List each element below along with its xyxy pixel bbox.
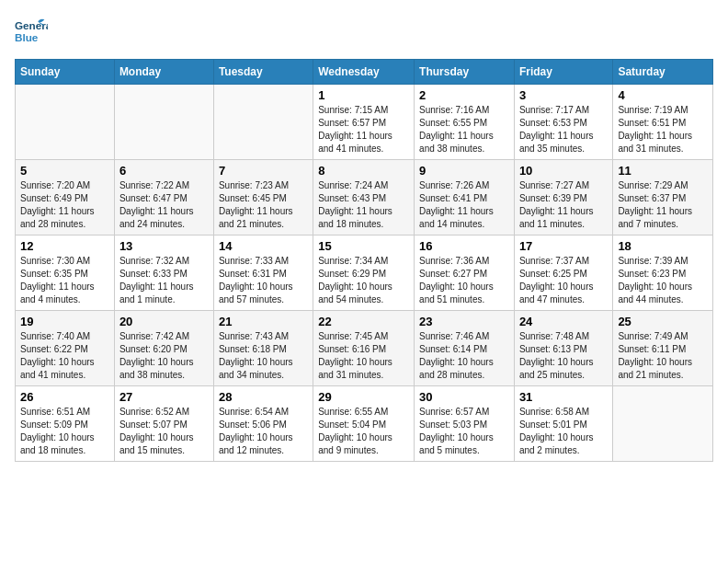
calendar-cell: 16Sunrise: 7:36 AM Sunset: 6:27 PM Dayli… — [415, 236, 515, 311]
day-number: 9 — [419, 164, 509, 178]
calendar-cell — [213, 85, 313, 160]
day-info: Sunrise: 7:23 AM Sunset: 6:45 PM Dayligh… — [219, 179, 308, 231]
calendar-cell: 10Sunrise: 7:27 AM Sunset: 6:39 PM Dayli… — [514, 160, 612, 236]
calendar-cell: 8Sunrise: 7:24 AM Sunset: 6:43 PM Daylig… — [313, 160, 415, 236]
calendar-cell: 12Sunrise: 7:30 AM Sunset: 6:35 PM Dayli… — [16, 236, 115, 311]
day-number: 27 — [119, 390, 209, 404]
day-info: Sunrise: 6:52 AM Sunset: 5:07 PM Dayligh… — [119, 406, 209, 457]
day-info: Sunrise: 7:24 AM Sunset: 6:43 PM Dayligh… — [318, 179, 409, 231]
weekday-header-wednesday: Wednesday — [313, 60, 415, 85]
day-number: 31 — [519, 390, 608, 404]
day-info: Sunrise: 7:40 AM Sunset: 6:22 PM Dayligh… — [20, 330, 109, 382]
calendar-cell: 15Sunrise: 7:34 AM Sunset: 6:29 PM Dayli… — [313, 236, 415, 311]
calendar-cell: 7Sunrise: 7:23 AM Sunset: 6:45 PM Daylig… — [213, 160, 313, 236]
logo-icon: General Blue — [15, 15, 48, 48]
day-number: 26 — [20, 390, 109, 404]
calendar-cell: 23Sunrise: 7:46 AM Sunset: 6:14 PM Dayli… — [415, 311, 515, 386]
calendar-cell: 29Sunrise: 6:55 AM Sunset: 5:04 PM Dayli… — [313, 386, 415, 462]
calendar-cell: 28Sunrise: 6:54 AM Sunset: 5:06 PM Dayli… — [213, 386, 313, 462]
svg-text:Blue: Blue — [15, 31, 39, 43]
day-number: 7 — [219, 164, 308, 178]
day-info: Sunrise: 7:45 AM Sunset: 6:16 PM Dayligh… — [318, 330, 409, 382]
calendar-cell: 21Sunrise: 7:43 AM Sunset: 6:18 PM Dayli… — [213, 311, 313, 386]
day-info: Sunrise: 7:26 AM Sunset: 6:41 PM Dayligh… — [419, 179, 509, 231]
day-info: Sunrise: 7:48 AM Sunset: 6:13 PM Dayligh… — [519, 330, 608, 382]
day-number: 6 — [119, 164, 209, 178]
day-number: 3 — [519, 88, 608, 102]
calendar-cell: 22Sunrise: 7:45 AM Sunset: 6:16 PM Dayli… — [313, 311, 415, 386]
day-info: Sunrise: 7:19 AM Sunset: 6:51 PM Dayligh… — [618, 104, 708, 155]
calendar-cell: 17Sunrise: 7:37 AM Sunset: 6:25 PM Dayli… — [514, 236, 612, 311]
calendar-cell: 26Sunrise: 6:51 AM Sunset: 5:09 PM Dayli… — [16, 386, 115, 462]
day-info: Sunrise: 7:34 AM Sunset: 6:29 PM Dayligh… — [318, 255, 409, 306]
day-info: Sunrise: 6:57 AM Sunset: 5:03 PM Dayligh… — [419, 406, 509, 457]
calendar-week-3: 12Sunrise: 7:30 AM Sunset: 6:35 PM Dayli… — [16, 236, 713, 311]
day-number: 20 — [119, 315, 209, 328]
calendar-cell: 3Sunrise: 7:17 AM Sunset: 6:53 PM Daylig… — [514, 85, 612, 160]
calendar-cell: 5Sunrise: 7:20 AM Sunset: 6:49 PM Daylig… — [16, 160, 115, 236]
page-header: General Blue — [15, 15, 713, 48]
day-info: Sunrise: 6:55 AM Sunset: 5:04 PM Dayligh… — [318, 406, 409, 457]
calendar-cell: 6Sunrise: 7:22 AM Sunset: 6:47 PM Daylig… — [114, 160, 213, 236]
day-number: 16 — [419, 239, 509, 253]
day-info: Sunrise: 7:22 AM Sunset: 6:47 PM Dayligh… — [119, 179, 209, 231]
calendar-week-2: 5Sunrise: 7:20 AM Sunset: 6:49 PM Daylig… — [16, 160, 713, 236]
calendar-cell: 30Sunrise: 6:57 AM Sunset: 5:03 PM Dayli… — [415, 386, 515, 462]
day-info: Sunrise: 7:37 AM Sunset: 6:25 PM Dayligh… — [519, 255, 608, 306]
calendar-cell — [613, 386, 713, 462]
day-number: 14 — [219, 239, 308, 253]
day-info: Sunrise: 7:32 AM Sunset: 6:33 PM Dayligh… — [119, 255, 209, 306]
day-info: Sunrise: 7:27 AM Sunset: 6:39 PM Dayligh… — [519, 179, 608, 231]
calendar-cell: 11Sunrise: 7:29 AM Sunset: 6:37 PM Dayli… — [613, 160, 713, 236]
day-number: 30 — [419, 390, 509, 404]
weekday-header-thursday: Thursday — [415, 60, 515, 85]
day-info: Sunrise: 6:58 AM Sunset: 5:01 PM Dayligh… — [519, 406, 608, 457]
day-number: 5 — [20, 164, 109, 178]
weekday-header-friday: Friday — [514, 60, 612, 85]
calendar-cell: 18Sunrise: 7:39 AM Sunset: 6:23 PM Dayli… — [613, 236, 713, 311]
day-info: Sunrise: 7:16 AM Sunset: 6:55 PM Dayligh… — [419, 104, 509, 155]
day-number: 24 — [519, 315, 608, 328]
day-number: 2 — [419, 88, 509, 102]
calendar-cell: 13Sunrise: 7:32 AM Sunset: 6:33 PM Dayli… — [114, 236, 213, 311]
day-number: 21 — [219, 315, 308, 328]
calendar-cell: 24Sunrise: 7:48 AM Sunset: 6:13 PM Dayli… — [514, 311, 612, 386]
calendar-table: SundayMondayTuesdayWednesdayThursdayFrid… — [15, 59, 713, 462]
day-number: 12 — [20, 239, 109, 253]
day-number: 18 — [618, 239, 708, 253]
day-number: 19 — [20, 315, 109, 328]
day-number: 4 — [618, 88, 708, 102]
weekday-header-sunday: Sunday — [16, 60, 115, 85]
day-number: 25 — [618, 315, 708, 328]
calendar-cell: 19Sunrise: 7:40 AM Sunset: 6:22 PM Dayli… — [16, 311, 115, 386]
calendar-week-1: 1Sunrise: 7:15 AM Sunset: 6:57 PM Daylig… — [16, 85, 713, 160]
day-number: 13 — [119, 239, 209, 253]
calendar-header: SundayMondayTuesdayWednesdayThursdayFrid… — [16, 60, 713, 85]
logo: General Blue — [15, 15, 48, 48]
day-number: 28 — [219, 390, 308, 404]
day-number: 22 — [318, 315, 409, 328]
day-info: Sunrise: 7:49 AM Sunset: 6:11 PM Dayligh… — [618, 330, 708, 382]
day-info: Sunrise: 6:51 AM Sunset: 5:09 PM Dayligh… — [20, 406, 109, 457]
calendar-week-5: 26Sunrise: 6:51 AM Sunset: 5:09 PM Dayli… — [16, 386, 713, 462]
day-info: Sunrise: 7:42 AM Sunset: 6:20 PM Dayligh… — [119, 330, 209, 382]
day-info: Sunrise: 7:46 AM Sunset: 6:14 PM Dayligh… — [419, 330, 509, 382]
day-number: 29 — [318, 390, 409, 404]
calendar-cell: 27Sunrise: 6:52 AM Sunset: 5:07 PM Dayli… — [114, 386, 213, 462]
day-number: 23 — [419, 315, 509, 328]
day-info: Sunrise: 7:43 AM Sunset: 6:18 PM Dayligh… — [219, 330, 308, 382]
day-info: Sunrise: 7:36 AM Sunset: 6:27 PM Dayligh… — [419, 255, 509, 306]
day-info: Sunrise: 6:54 AM Sunset: 5:06 PM Dayligh… — [219, 406, 308, 457]
day-number: 1 — [318, 88, 409, 102]
day-number: 10 — [519, 164, 608, 178]
day-info: Sunrise: 7:33 AM Sunset: 6:31 PM Dayligh… — [219, 255, 308, 306]
calendar-cell — [114, 85, 213, 160]
calendar-cell: 2Sunrise: 7:16 AM Sunset: 6:55 PM Daylig… — [415, 85, 515, 160]
calendar-cell: 14Sunrise: 7:33 AM Sunset: 6:31 PM Dayli… — [213, 236, 313, 311]
day-info: Sunrise: 7:29 AM Sunset: 6:37 PM Dayligh… — [618, 179, 708, 231]
weekday-header-tuesday: Tuesday — [213, 60, 313, 85]
day-info: Sunrise: 7:39 AM Sunset: 6:23 PM Dayligh… — [618, 255, 708, 306]
day-number: 8 — [318, 164, 409, 178]
day-info: Sunrise: 7:17 AM Sunset: 6:53 PM Dayligh… — [519, 104, 608, 155]
weekday-header-saturday: Saturday — [613, 60, 713, 85]
